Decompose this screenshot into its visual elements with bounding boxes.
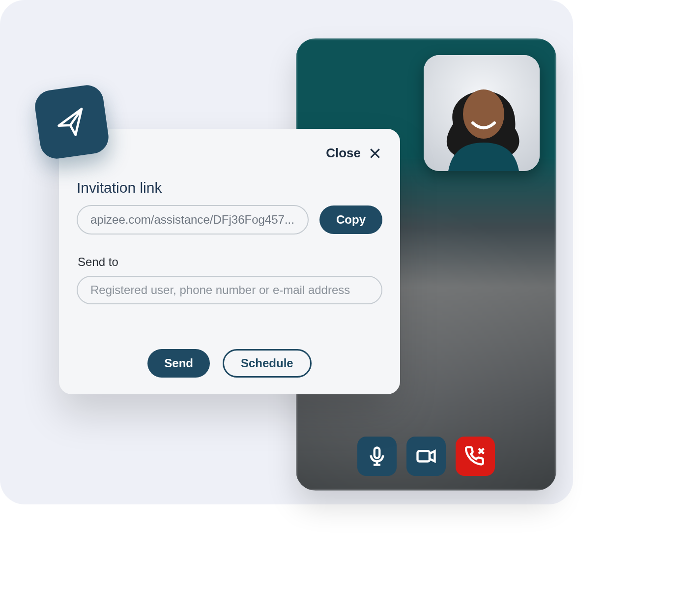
send-to-label: Send to [78,255,382,269]
svg-rect-2 [375,448,380,458]
microphone-icon [367,446,387,467]
avatar [424,55,540,171]
invitation-link-field[interactable]: apizee.com/assistance/DFj36Fog457... [77,205,309,235]
svg-point-1 [463,89,504,139]
send-button[interactable]: Send [147,349,210,378]
camera-toggle-button[interactable] [406,437,446,476]
send-badge [33,83,111,161]
modal-actions: Send Schedule [77,349,382,378]
hangup-icon [465,446,486,467]
paper-plane-icon [50,100,93,144]
hangup-button[interactable] [456,437,495,476]
copy-button[interactable]: Copy [319,205,382,234]
camera-icon [416,446,436,467]
invitation-modal: Close Invitation link apizee.com/assista… [59,129,400,394]
close-button[interactable]: Close [325,144,382,163]
call-controls [296,437,556,476]
schedule-button[interactable]: Schedule [223,349,312,378]
svg-marker-6 [430,451,435,462]
close-icon [369,147,381,160]
close-label: Close [326,146,361,161]
send-to-input[interactable] [77,276,382,304]
invitation-link-row: apizee.com/assistance/DFj36Fog457... Cop… [77,205,382,235]
svg-rect-5 [418,451,430,462]
mic-toggle-button[interactable] [357,437,397,476]
canvas-background: Close Invitation link apizee.com/assista… [0,0,573,504]
self-view-pip[interactable] [424,55,540,171]
modal-title: Invitation link [77,179,382,196]
